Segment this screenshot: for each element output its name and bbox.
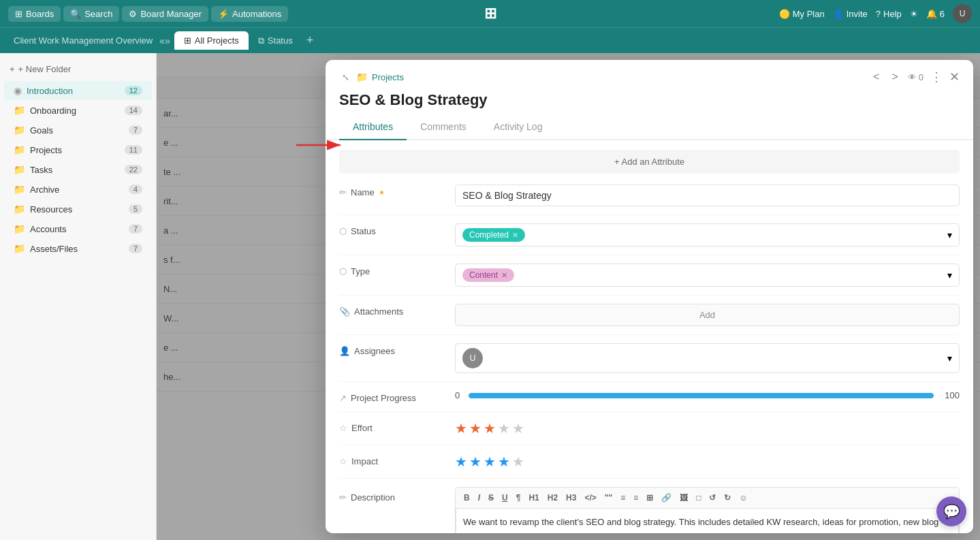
unordered-list-tool[interactable]: ≡ — [618, 492, 628, 504]
automations-label: Automations — [232, 9, 281, 19]
tag-icon-type: ⬡ — [339, 266, 347, 276]
effort-star-4[interactable]: ★ — [498, 420, 510, 436]
table-tool[interactable]: ⊞ — [644, 492, 656, 504]
emoji-tool[interactable]: ☺ — [736, 492, 750, 504]
sidebar-item-tasks[interactable]: 📁 Tasks 22 — [4, 160, 152, 179]
effort-star-5[interactable]: ★ — [512, 420, 524, 436]
quote-tool[interactable]: "" — [602, 492, 615, 504]
image-tool[interactable]: 🖼 — [677, 492, 691, 504]
impact-star-4[interactable]: ★ — [498, 454, 510, 470]
more-options-button[interactable]: ⋮ — [930, 69, 943, 84]
folder-icon-onboarding: 📁 — [14, 105, 25, 116]
type-remove-button[interactable]: ✕ — [501, 271, 507, 280]
help-label: Help — [883, 9, 902, 19]
attr-row-type: ⬡ Type Content ✕ ▾ — [339, 255, 960, 296]
tab-activity-log[interactable]: Activity Log — [480, 114, 556, 140]
help-button[interactable]: ? Help — [876, 9, 902, 19]
attr-label-impact: ☆ Impact — [339, 454, 448, 466]
add-tab-button[interactable]: + — [302, 33, 318, 48]
automations-button[interactable]: ⚡ Automations — [211, 6, 288, 22]
new-folder-button[interactable]: + + New Folder — [0, 60, 156, 78]
sidebar-item-goals-label: Goals — [30, 125, 53, 136]
modal-header: ⤡ 📁 Projects < > 👁 0 ⋮ ✕ — [326, 60, 973, 84]
sidebar-item-goals[interactable]: 📁 Goals 7 — [4, 121, 152, 140]
embed-tool[interactable]: □ — [693, 492, 704, 504]
status-dropdown[interactable]: Completed ✕ ▾ — [455, 223, 960, 247]
sidebar-item-introduction-label: Introduction — [27, 86, 73, 96]
add-attachment-button[interactable]: Add — [455, 304, 960, 326]
name-input[interactable] — [455, 185, 960, 206]
attr-value-name[interactable] — [455, 185, 960, 206]
code-tool[interactable]: </> — [582, 492, 599, 504]
effort-star-2[interactable]: ★ — [469, 420, 481, 436]
boards-button[interactable]: ⊞ Boards — [8, 6, 61, 22]
chat-icon: 💬 — [943, 503, 960, 520]
sidebar-item-accounts[interactable]: 📁 Accounts 7 — [4, 219, 152, 238]
search-button[interactable]: 🔍 Search — [63, 6, 119, 22]
close-modal-button[interactable]: ✕ — [949, 69, 960, 84]
h3-tool[interactable]: H3 — [563, 492, 579, 504]
my-plan-button[interactable]: 🟡 My Plan — [779, 9, 825, 19]
eye-off-icon: ◉ — [14, 85, 22, 96]
user-avatar[interactable]: U — [953, 4, 972, 23]
attr-row-description: ✏ Description B I S U ¶ H1 — [339, 479, 960, 533]
ordered-list-tool[interactable]: ≡ — [631, 492, 641, 504]
theme-toggle[interactable]: ☀ — [910, 9, 918, 19]
tab-comments[interactable]: Comments — [407, 114, 480, 140]
underline-tool[interactable]: U — [499, 492, 511, 504]
folder-icon-accounts: 📁 — [14, 223, 25, 234]
redo-tool[interactable]: ↻ — [721, 492, 733, 504]
project-progress-label: Project Progress — [351, 393, 416, 403]
h2-tool[interactable]: H2 — [545, 492, 560, 504]
impact-star-2[interactable]: ★ — [469, 454, 481, 470]
sidebar-badge-projects: 11 — [125, 145, 142, 155]
description-editor[interactable]: B I S U ¶ H1 H2 H3 </> "" ≡ — [455, 487, 960, 533]
notifications-button[interactable]: 🔔 6 — [926, 9, 945, 19]
tab-all-projects[interactable]: ⊞ All Projects — [174, 31, 249, 50]
assignees-dropdown[interactable]: U ▾ — [455, 343, 960, 373]
prev-item-button[interactable]: < — [870, 69, 882, 84]
sidebar-item-introduction[interactable]: ◉ Introduction 12 — [4, 81, 152, 100]
modal-breadcrumb-area: ⤡ 📁 Projects — [339, 71, 404, 84]
strikethrough-tool[interactable]: S — [486, 492, 496, 504]
h1-tool[interactable]: H1 — [526, 492, 541, 504]
paragraph-tool[interactable]: ¶ — [513, 492, 524, 504]
tab-attributes-label: Attributes — [353, 121, 393, 132]
tab-status[interactable]: ⧉ Status — [249, 31, 302, 50]
attr-row-attachments: 📎 Attachments Add — [339, 296, 960, 335]
impact-star-3[interactable]: ★ — [484, 454, 496, 470]
sidebar-item-assets[interactable]: 📁 Assets/Files 7 — [4, 239, 152, 258]
add-attribute-button[interactable]: + Add an Attribute — [339, 150, 960, 174]
impact-star-1[interactable]: ★ — [455, 454, 467, 470]
next-item-button[interactable]: > — [889, 69, 900, 84]
tab-status-label: Status — [268, 35, 293, 46]
chat-bubble-button[interactable]: 💬 — [936, 496, 966, 526]
modal-collapse-icon[interactable]: ⤡ — [339, 71, 352, 84]
effort-star-3[interactable]: ★ — [484, 420, 496, 436]
bold-tool[interactable]: B — [461, 492, 473, 504]
attr-label-type: ⬡ Type — [339, 264, 448, 276]
tab-bar: Client Work Management Overview «» ⊞ All… — [0, 27, 980, 53]
attr-value-impact: ★ ★ ★ ★ ★ — [455, 454, 960, 470]
projects-breadcrumb-link[interactable]: Projects — [372, 72, 404, 82]
collapse-button[interactable]: «» — [159, 35, 170, 46]
sidebar-item-onboarding[interactable]: 📁 Onboarding 14 — [4, 101, 152, 120]
impact-star-5[interactable]: ★ — [512, 454, 524, 470]
invite-button[interactable]: 👤 Invite — [833, 9, 868, 19]
link-tool[interactable]: 🔗 — [659, 492, 674, 504]
status-remove-button[interactable]: ✕ — [512, 231, 518, 240]
effort-star-1[interactable]: ★ — [455, 420, 467, 436]
italic-tool[interactable]: I — [475, 492, 483, 504]
tab-attributes[interactable]: Attributes — [339, 114, 407, 140]
sidebar-item-projects[interactable]: 📁 Projects 11 — [4, 140, 152, 159]
sidebar-item-resources[interactable]: 📁 Resources 5 — [4, 200, 152, 219]
description-content[interactable]: We want to revamp the client's SEO and b… — [456, 509, 959, 533]
attr-row-effort: ☆ Effort ★ ★ ★ ★ ★ — [339, 412, 960, 445]
effort-stars[interactable]: ★ ★ ★ ★ ★ — [455, 420, 960, 436]
folder-icon-tasks: 📁 — [14, 164, 25, 175]
undo-tool[interactable]: ↺ — [706, 492, 718, 504]
sidebar-item-archive[interactable]: 📁 Archive 4 — [4, 180, 152, 199]
impact-stars[interactable]: ★ ★ ★ ★ ★ — [455, 454, 960, 470]
board-manager-button[interactable]: ⚙ Board Manager — [122, 6, 208, 22]
type-dropdown[interactable]: Content ✕ ▾ — [455, 264, 960, 287]
